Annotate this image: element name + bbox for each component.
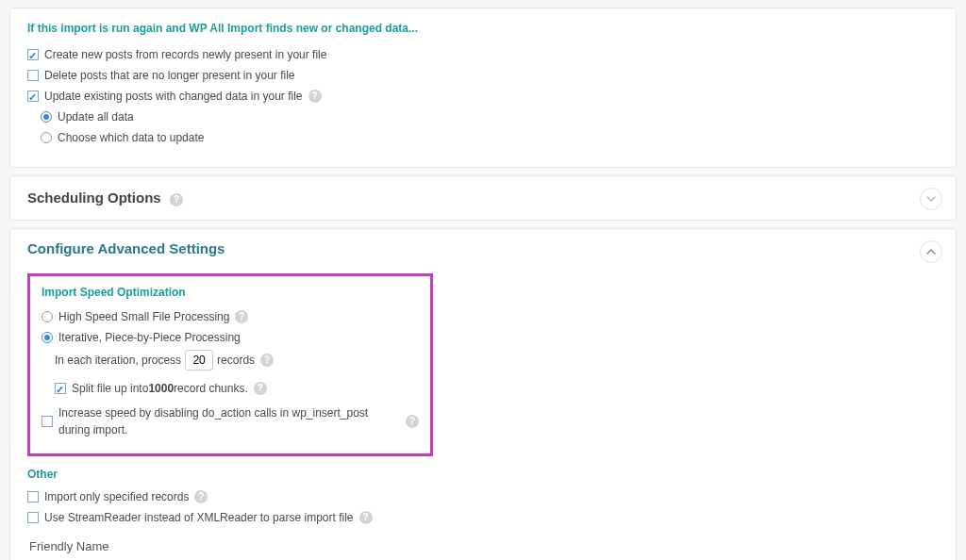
split-bold: 1000 xyxy=(148,380,174,397)
row-delete-missing: Delete posts that are no longer present … xyxy=(27,67,939,84)
update-existing-label: Update existing posts with changed data … xyxy=(44,88,303,105)
expand-button[interactable] xyxy=(920,188,942,210)
iterative-label: Iterative, Piece-by-Piece Processing xyxy=(58,329,241,346)
advanced-panel: Configure Advanced Settings Import Speed… xyxy=(9,228,957,561)
row-only-specified: Import only specified records ? xyxy=(27,488,939,505)
update-all-radio[interactable] xyxy=(41,111,52,123)
delete-missing-label: Delete posts that are no longer present … xyxy=(44,67,295,84)
speed-heading: Import Speed Optimization xyxy=(42,286,419,299)
disable-doaction-checkbox[interactable] xyxy=(42,416,53,427)
disable-doaction-label: Increase speed by disabling do_action ca… xyxy=(58,404,400,438)
row-high-speed: High Speed Small File Processing ? xyxy=(42,308,419,325)
scheduling-panel[interactable]: Scheduling Options ? xyxy=(9,175,957,221)
row-iteration-count: In each iteration, process records ? xyxy=(55,350,419,371)
high-speed-radio[interactable] xyxy=(42,311,53,322)
iter-suffix: records xyxy=(217,352,255,369)
row-choose-which: Choose which data to update xyxy=(41,129,939,146)
row-iterative: Iterative, Piece-by-Piece Processing xyxy=(42,329,419,346)
streamreader-checkbox[interactable] xyxy=(27,512,39,523)
split-file-checkbox[interactable] xyxy=(55,383,66,394)
speed-opt-highlight: Import Speed Optimization High Speed Sma… xyxy=(27,273,433,456)
chevron-up-icon xyxy=(926,247,936,256)
create-new-checkbox[interactable] xyxy=(27,49,39,60)
iterative-radio[interactable] xyxy=(42,332,53,343)
create-new-label: Create new posts from records newly pres… xyxy=(44,46,326,63)
import-rules-heading: If this import is run again and WP All I… xyxy=(27,22,939,35)
streamreader-label: Use StreamReader instead of XMLReader to… xyxy=(44,509,354,526)
only-specified-label: Import only specified records xyxy=(44,488,189,505)
row-disable-doaction: Increase speed by disabling do_action ca… xyxy=(42,404,419,438)
help-icon[interactable]: ? xyxy=(308,90,322,103)
split-suffix: record chunks. xyxy=(174,380,248,397)
row-update-all: Update all data xyxy=(41,108,939,125)
other-heading: Other xyxy=(27,468,939,481)
help-icon[interactable]: ? xyxy=(170,193,183,206)
help-icon[interactable]: ? xyxy=(359,511,373,524)
update-all-label: Update all data xyxy=(58,108,134,125)
chevron-down-icon xyxy=(926,194,936,204)
advanced-title: Configure Advanced Settings xyxy=(27,240,225,256)
choose-which-label: Choose which data to update xyxy=(58,129,204,146)
help-icon[interactable]: ? xyxy=(254,382,267,395)
row-update-existing: Update existing posts with changed data … xyxy=(27,88,939,105)
help-icon[interactable]: ? xyxy=(235,310,248,323)
update-existing-checkbox[interactable] xyxy=(27,91,39,102)
help-icon[interactable]: ? xyxy=(406,415,419,428)
row-streamreader: Use StreamReader instead of XMLReader to… xyxy=(27,509,939,526)
only-specified-checkbox[interactable] xyxy=(27,491,39,502)
split-prefix: Split file up into xyxy=(72,380,148,397)
friendly-name-label: Friendly Name xyxy=(29,539,939,553)
iter-prefix: In each iteration, process xyxy=(55,352,181,369)
help-icon[interactable]: ? xyxy=(194,490,208,503)
import-rules-panel: If this import is run again and WP All I… xyxy=(9,8,957,168)
row-split-file: Split file up into 1000 record chunks. ? xyxy=(55,380,419,397)
delete-missing-checkbox[interactable] xyxy=(27,70,39,81)
choose-which-radio[interactable] xyxy=(41,132,52,143)
scheduling-title: Scheduling Options xyxy=(27,189,161,206)
high-speed-label: High Speed Small File Processing xyxy=(58,308,229,325)
collapse-button[interactable] xyxy=(920,240,942,263)
row-create-new: Create new posts from records newly pres… xyxy=(27,46,939,63)
help-icon[interactable]: ? xyxy=(260,354,274,367)
iteration-count-input[interactable] xyxy=(185,350,213,371)
